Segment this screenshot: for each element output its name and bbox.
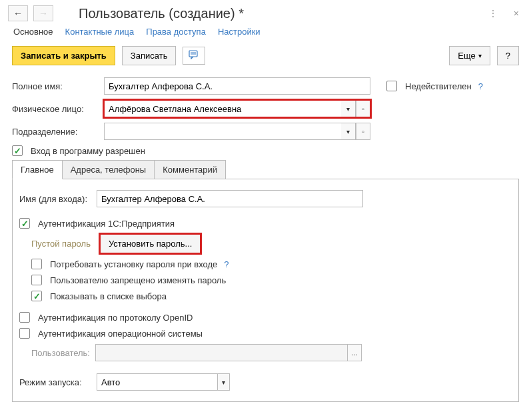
auth-1c-checkbox[interactable] [19, 218, 30, 229]
person-dropdown-icon[interactable]: ▾ [341, 100, 356, 117]
nav-back-button[interactable]: ← [8, 5, 28, 21]
save-close-button[interactable]: Записать и закрыть [12, 46, 115, 65]
launch-mode-select: ▾ [97, 373, 230, 391]
auth-1c-label: Аутентификация 1С:Предприятия [38, 219, 175, 229]
person-ref-field: ▾ ▫ [104, 100, 370, 117]
dept-open-icon[interactable]: ▫ [356, 123, 370, 140]
os-user-label: Пользователь: [31, 348, 91, 358]
nav-tab-main[interactable]: Основное [13, 27, 53, 37]
save-button[interactable]: Записать [122, 46, 177, 65]
inactive-help-icon[interactable]: ? [478, 81, 483, 91]
launch-mode-input[interactable] [97, 373, 217, 391]
os-user-field: … [95, 344, 362, 361]
person-label: Физическое лицо: [12, 104, 100, 114]
launch-mode-dropdown-icon[interactable]: ▾ [217, 373, 230, 391]
login-name-label: Имя (для входа): [19, 194, 93, 204]
nav-tab-contacts[interactable]: Контактные лица [65, 27, 135, 37]
dept-dropdown-icon[interactable]: ▾ [341, 123, 356, 140]
set-password-button[interactable]: Установить пароль... [100, 234, 201, 253]
dept-label: Подразделение: [12, 127, 100, 137]
fullname-input[interactable] [104, 77, 370, 95]
launch-mode-label: Режим запуска: [19, 377, 93, 387]
login-allowed-label: Вход в программу разрешен [31, 146, 145, 156]
more-button[interactable]: Еще [449, 46, 490, 65]
login-name-input[interactable] [97, 190, 363, 207]
auth-os-label: Аутентификация операционной системы [38, 329, 203, 339]
window-title: Пользователь (создание) * [79, 6, 479, 21]
login-allowed-checkbox[interactable] [12, 145, 23, 156]
deny-pwd-change-label: Пользователю запрещено изменять пароль [50, 275, 226, 285]
show-in-list-checkbox[interactable] [31, 291, 42, 301]
require-pwd-change-label: Потребовать установку пароля при входе [50, 259, 217, 269]
subtab-comment[interactable]: Комментарий [154, 160, 226, 179]
subtab-addresses[interactable]: Адреса, телефоны [62, 160, 155, 179]
nav-tab-settings[interactable]: Настройки [218, 27, 261, 37]
auth-openid-label: Аутентификация по протоколу OpenID [38, 313, 193, 323]
show-in-list-label: Показывать в списке выбора [50, 291, 167, 301]
dept-input[interactable] [104, 123, 341, 140]
os-user-input[interactable] [95, 344, 347, 361]
nav-forward-button[interactable]: → [33, 5, 53, 21]
auth-openid-checkbox[interactable] [19, 312, 30, 323]
person-input[interactable] [104, 100, 341, 117]
inactive-checkbox[interactable] [386, 81, 397, 91]
menu-icon[interactable]: ⋮ [484, 7, 502, 20]
os-user-browse-icon[interactable]: … [347, 344, 362, 361]
require-pwd-change-checkbox[interactable] [31, 259, 42, 269]
require-pwd-help-icon[interactable]: ? [224, 259, 229, 269]
discuss-icon[interactable] [183, 47, 205, 65]
dept-ref-field: ▾ ▫ [104, 123, 370, 140]
help-button[interactable]: ? [497, 46, 519, 65]
nav-tab-rights[interactable]: Права доступа [146, 27, 206, 37]
person-open-icon[interactable]: ▫ [356, 100, 370, 117]
subtab-main[interactable]: Главное [12, 160, 63, 179]
close-icon[interactable]: × [510, 7, 523, 20]
tab-content-main: Имя (для входа): Аутентификация 1С:Предп… [12, 179, 519, 402]
pwd-empty-label: Пустой пароль [31, 239, 91, 249]
auth-os-checkbox[interactable] [19, 328, 30, 339]
fullname-label: Полное имя: [12, 81, 100, 91]
inactive-label: Недействителен [405, 81, 472, 91]
deny-pwd-change-checkbox[interactable] [31, 275, 42, 285]
